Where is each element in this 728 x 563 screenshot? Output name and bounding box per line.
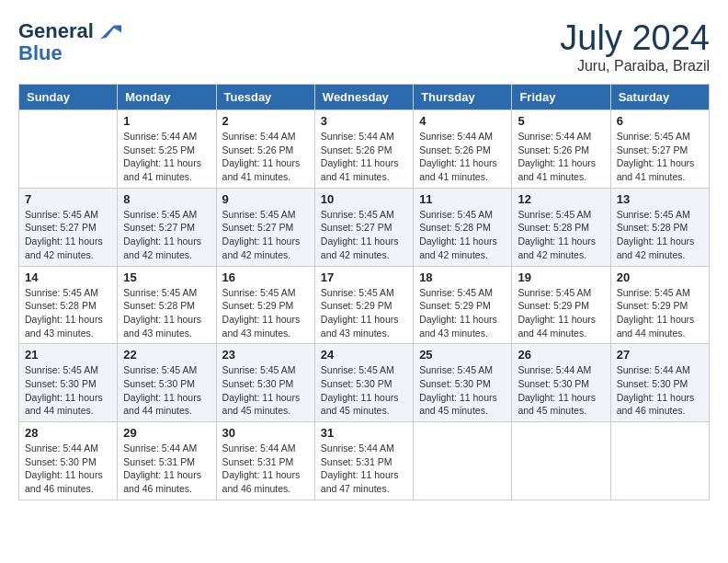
day-info: Sunrise: 5:44 AM Sunset: 5:26 PM Dayligh… bbox=[321, 130, 407, 184]
calendar-cell: 26Sunrise: 5:44 AM Sunset: 5:30 PM Dayli… bbox=[512, 344, 610, 422]
day-number: 24 bbox=[321, 348, 407, 362]
calendar-cell: 21Sunrise: 5:45 AM Sunset: 5:30 PM Dayli… bbox=[19, 344, 118, 422]
day-number: 25 bbox=[419, 348, 506, 362]
calendar-cell: 31Sunrise: 5:44 AM Sunset: 5:31 PM Dayli… bbox=[314, 422, 413, 500]
day-number: 7 bbox=[25, 192, 111, 206]
calendar-cell: 1Sunrise: 5:44 AM Sunset: 5:25 PM Daylig… bbox=[118, 110, 216, 189]
day-number: 31 bbox=[321, 426, 407, 440]
calendar-cell: 24Sunrise: 5:45 AM Sunset: 5:30 PM Dayli… bbox=[314, 344, 413, 422]
day-number: 14 bbox=[25, 270, 111, 284]
day-info: Sunrise: 5:44 AM Sunset: 5:30 PM Dayligh… bbox=[617, 363, 703, 418]
day-number: 8 bbox=[123, 192, 210, 206]
calendar-cell: 16Sunrise: 5:45 AM Sunset: 5:29 PM Dayli… bbox=[216, 266, 314, 344]
day-info: Sunrise: 5:45 AM Sunset: 5:30 PM Dayligh… bbox=[321, 363, 407, 418]
day-number: 23 bbox=[222, 348, 309, 362]
calendar-body: 1Sunrise: 5:44 AM Sunset: 5:25 PM Daylig… bbox=[19, 110, 710, 500]
day-header-tuesday: Tuesday bbox=[216, 85, 314, 110]
day-info: Sunrise: 5:45 AM Sunset: 5:28 PM Dayligh… bbox=[123, 286, 210, 340]
logo-icon bbox=[96, 18, 123, 46]
day-info: Sunrise: 5:45 AM Sunset: 5:27 PM Dayligh… bbox=[25, 208, 111, 262]
day-info: Sunrise: 5:45 AM Sunset: 5:29 PM Dayligh… bbox=[222, 286, 309, 340]
calendar-cell: 30Sunrise: 5:44 AM Sunset: 5:31 PM Dayli… bbox=[216, 422, 314, 500]
calendar-week-3: 14Sunrise: 5:45 AM Sunset: 5:28 PM Dayli… bbox=[19, 266, 710, 344]
day-info: Sunrise: 5:44 AM Sunset: 5:31 PM Dayligh… bbox=[321, 442, 407, 496]
calendar-cell: 13Sunrise: 5:45 AM Sunset: 5:28 PM Dayli… bbox=[610, 188, 709, 266]
day-info: Sunrise: 5:44 AM Sunset: 5:31 PM Dayligh… bbox=[222, 442, 309, 496]
calendar-cell bbox=[414, 422, 512, 500]
calendar-cell: 18Sunrise: 5:45 AM Sunset: 5:29 PM Dayli… bbox=[414, 266, 512, 344]
day-number: 22 bbox=[123, 348, 210, 362]
calendar-cell: 22Sunrise: 5:45 AM Sunset: 5:30 PM Dayli… bbox=[118, 344, 216, 422]
calendar-cell: 9Sunrise: 5:45 AM Sunset: 5:27 PM Daylig… bbox=[216, 188, 314, 266]
day-info: Sunrise: 5:45 AM Sunset: 5:29 PM Dayligh… bbox=[321, 286, 407, 340]
day-number: 20 bbox=[617, 270, 703, 284]
day-info: Sunrise: 5:44 AM Sunset: 5:26 PM Dayligh… bbox=[222, 130, 309, 184]
day-header-sunday: Sunday bbox=[19, 85, 118, 110]
day-info: Sunrise: 5:45 AM Sunset: 5:27 PM Dayligh… bbox=[321, 208, 407, 262]
day-number: 10 bbox=[321, 192, 407, 206]
calendar-cell: 28Sunrise: 5:44 AM Sunset: 5:30 PM Dayli… bbox=[19, 422, 118, 500]
day-number: 15 bbox=[123, 270, 210, 284]
calendar-table: SundayMondayTuesdayWednesdayThursdayFrid… bbox=[18, 84, 710, 500]
day-number: 9 bbox=[222, 192, 309, 206]
calendar-cell bbox=[512, 422, 610, 500]
day-info: Sunrise: 5:45 AM Sunset: 5:27 PM Dayligh… bbox=[617, 130, 703, 184]
day-info: Sunrise: 5:45 AM Sunset: 5:30 PM Dayligh… bbox=[419, 363, 506, 418]
day-number: 11 bbox=[419, 192, 506, 206]
day-number: 5 bbox=[518, 114, 604, 128]
day-info: Sunrise: 5:44 AM Sunset: 5:31 PM Dayligh… bbox=[123, 442, 210, 496]
day-number: 13 bbox=[617, 192, 703, 206]
day-info: Sunrise: 5:45 AM Sunset: 5:30 PM Dayligh… bbox=[222, 363, 309, 418]
calendar-cell: 14Sunrise: 5:45 AM Sunset: 5:28 PM Dayli… bbox=[19, 266, 118, 344]
day-header-saturday: Saturday bbox=[610, 85, 709, 110]
day-number: 17 bbox=[321, 270, 407, 284]
day-info: Sunrise: 5:44 AM Sunset: 5:30 PM Dayligh… bbox=[25, 442, 111, 496]
calendar-cell: 27Sunrise: 5:44 AM Sunset: 5:30 PM Dayli… bbox=[610, 344, 709, 422]
day-number: 21 bbox=[25, 348, 111, 362]
day-info: Sunrise: 5:44 AM Sunset: 5:25 PM Dayligh… bbox=[123, 130, 210, 184]
calendar-cell: 23Sunrise: 5:45 AM Sunset: 5:30 PM Dayli… bbox=[216, 344, 314, 422]
calendar-cell: 10Sunrise: 5:45 AM Sunset: 5:27 PM Dayli… bbox=[314, 188, 413, 266]
calendar-cell: 5Sunrise: 5:44 AM Sunset: 5:26 PM Daylig… bbox=[512, 110, 610, 189]
day-info: Sunrise: 5:44 AM Sunset: 5:30 PM Dayligh… bbox=[518, 363, 604, 418]
day-info: Sunrise: 5:45 AM Sunset: 5:28 PM Dayligh… bbox=[518, 208, 604, 262]
calendar-cell: 11Sunrise: 5:45 AM Sunset: 5:28 PM Dayli… bbox=[414, 188, 512, 266]
calendar-cell: 3Sunrise: 5:44 AM Sunset: 5:26 PM Daylig… bbox=[314, 110, 413, 189]
logo: General Blue bbox=[18, 18, 123, 64]
day-info: Sunrise: 5:44 AM Sunset: 5:26 PM Dayligh… bbox=[419, 130, 506, 184]
day-number: 30 bbox=[222, 426, 309, 440]
day-info: Sunrise: 5:45 AM Sunset: 5:28 PM Dayligh… bbox=[25, 286, 111, 340]
calendar-week-4: 21Sunrise: 5:45 AM Sunset: 5:30 PM Dayli… bbox=[19, 344, 710, 422]
day-info: Sunrise: 5:44 AM Sunset: 5:26 PM Dayligh… bbox=[518, 130, 604, 184]
day-info: Sunrise: 5:45 AM Sunset: 5:30 PM Dayligh… bbox=[123, 363, 210, 418]
calendar-week-2: 7Sunrise: 5:45 AM Sunset: 5:27 PM Daylig… bbox=[19, 188, 710, 266]
calendar-cell bbox=[19, 110, 118, 189]
day-info: Sunrise: 5:45 AM Sunset: 5:30 PM Dayligh… bbox=[25, 363, 111, 418]
day-info: Sunrise: 5:45 AM Sunset: 5:27 PM Dayligh… bbox=[222, 208, 309, 262]
day-number: 26 bbox=[518, 348, 604, 362]
calendar-cell: 2Sunrise: 5:44 AM Sunset: 5:26 PM Daylig… bbox=[216, 110, 314, 189]
day-header-thursday: Thursday bbox=[414, 85, 512, 110]
day-number: 16 bbox=[222, 270, 309, 284]
calendar-cell: 7Sunrise: 5:45 AM Sunset: 5:27 PM Daylig… bbox=[19, 188, 118, 266]
calendar-week-5: 28Sunrise: 5:44 AM Sunset: 5:30 PM Dayli… bbox=[19, 422, 710, 500]
day-number: 29 bbox=[123, 426, 210, 440]
day-number: 2 bbox=[222, 114, 309, 128]
page-header: General Blue July 2024 Juru, Paraiba, Br… bbox=[18, 18, 710, 75]
calendar-cell: 6Sunrise: 5:45 AM Sunset: 5:27 PM Daylig… bbox=[610, 110, 709, 189]
calendar-cell: 20Sunrise: 5:45 AM Sunset: 5:29 PM Dayli… bbox=[610, 266, 709, 344]
day-number: 28 bbox=[25, 426, 111, 440]
calendar-cell: 15Sunrise: 5:45 AM Sunset: 5:28 PM Dayli… bbox=[118, 266, 216, 344]
calendar-cell: 4Sunrise: 5:44 AM Sunset: 5:26 PM Daylig… bbox=[414, 110, 512, 189]
calendar-cell: 12Sunrise: 5:45 AM Sunset: 5:28 PM Dayli… bbox=[512, 188, 610, 266]
calendar-cell: 19Sunrise: 5:45 AM Sunset: 5:29 PM Dayli… bbox=[512, 266, 610, 344]
day-number: 27 bbox=[617, 348, 703, 362]
month-year: July 2024 bbox=[560, 18, 710, 58]
day-info: Sunrise: 5:45 AM Sunset: 5:29 PM Dayligh… bbox=[518, 286, 604, 340]
day-number: 3 bbox=[321, 114, 407, 128]
calendar-cell: 17Sunrise: 5:45 AM Sunset: 5:29 PM Dayli… bbox=[314, 266, 413, 344]
day-info: Sunrise: 5:45 AM Sunset: 5:27 PM Dayligh… bbox=[123, 208, 210, 262]
day-info: Sunrise: 5:45 AM Sunset: 5:28 PM Dayligh… bbox=[617, 208, 703, 262]
day-header-monday: Monday bbox=[118, 85, 216, 110]
day-info: Sunrise: 5:45 AM Sunset: 5:29 PM Dayligh… bbox=[617, 286, 703, 340]
